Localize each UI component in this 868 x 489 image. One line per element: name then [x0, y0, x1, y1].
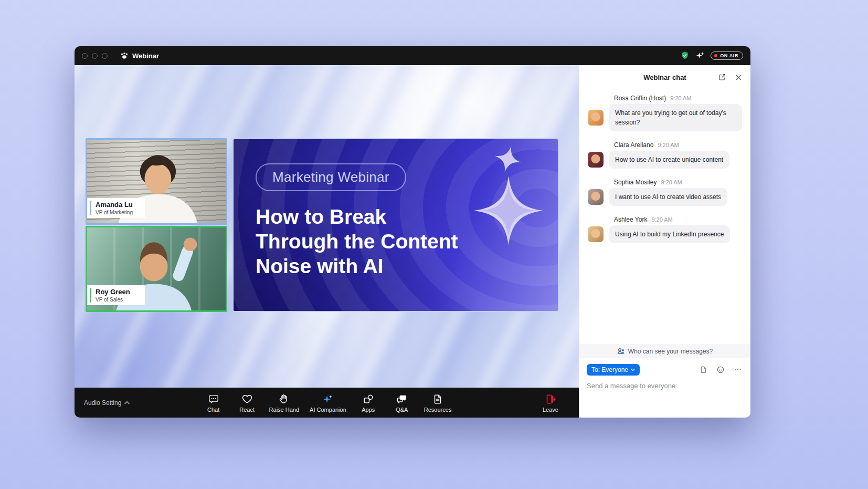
recipient-selector-label: To: Everyone: [591, 366, 628, 373]
participant-name: Roy Green: [96, 288, 139, 296]
chat-message-list[interactable]: Rosa Griffin (Host) 9:20 AM What are you…: [579, 89, 750, 344]
more-options-button[interactable]: [733, 365, 743, 375]
people-icon: [617, 348, 625, 355]
apps-button-label: Apps: [362, 407, 375, 413]
name-tag-roy: Roy Green VP of Sales: [87, 285, 145, 305]
slide-title: How to Break Through the Content Noise w…: [256, 205, 558, 278]
shared-slide: Marketing Webinar How to Break Through t…: [232, 138, 559, 312]
chat-message: Ashlee York 9:20 AM Using AI to build my…: [588, 216, 742, 243]
zoom-window-button[interactable]: [102, 53, 108, 59]
meeting-toolbar: Audio Setting Chat: [75, 388, 579, 418]
message-bubble: How to use AI to create unique content: [609, 151, 729, 169]
pop-out-icon: [718, 73, 726, 81]
slide-content: Marketing Webinar How to Break Through t…: [234, 139, 558, 278]
chat-message: Clara Arellano 9:20 AM How to use AI to …: [588, 141, 742, 169]
message-visibility-link[interactable]: Who can see your messages?: [579, 344, 750, 358]
chat-button[interactable]: Chat: [198, 391, 229, 414]
ai-companion-button-label: AI Companion: [310, 407, 346, 413]
participant-role: VP of Sales: [96, 297, 139, 303]
avatar: [588, 152, 604, 168]
recipient-selector-button[interactable]: To: Everyone: [587, 364, 640, 376]
resources-button[interactable]: Resources: [420, 391, 456, 414]
leave-button[interactable]: Leave: [535, 391, 566, 414]
message-time: 9:20 AM: [658, 142, 679, 148]
window-controls: [82, 53, 108, 59]
chevron-down-icon: [631, 368, 635, 371]
emoji-button[interactable]: [715, 365, 726, 375]
participant-name: Amanda Lu: [96, 201, 139, 209]
ai-companion-button[interactable]: AI Companion: [305, 391, 351, 414]
desktop-background: { "window": { "titlebar": { "app_name": …: [0, 0, 868, 489]
leave-button-label: Leave: [543, 407, 558, 413]
name-tag-amanda: Amanda Lu VP of Marketing: [87, 198, 145, 218]
avatar: [588, 110, 604, 126]
qa-button[interactable]: Q&A: [386, 391, 418, 414]
titlebar: Webinar ON AIR: [75, 46, 750, 65]
chat-footer: Who can see your messages? To: Everyone: [579, 344, 750, 418]
raise-hand-button[interactable]: Raise Hand: [265, 391, 303, 414]
message-bubble: I want to use AI to create video assets: [609, 188, 727, 206]
react-button-label: React: [239, 407, 255, 413]
message-bubble: What are you trying to get out of today'…: [609, 104, 742, 131]
video-tile-amanda-lu[interactable]: Amanda Lu VP of Marketing: [86, 138, 227, 225]
ai-companion-sparkle-icon: [322, 393, 334, 405]
message-author: Clara Arellano: [614, 141, 653, 149]
message-composer: To: Everyone: [579, 358, 750, 418]
slide-badge: Marketing Webinar: [256, 163, 406, 191]
slide-title-line: How to Break: [256, 205, 558, 230]
apps-icon: [363, 393, 374, 405]
chat-header-icons: [717, 72, 744, 82]
ai-sparkle-icon[interactable]: [695, 51, 705, 60]
resources-button-label: Resources: [424, 407, 452, 413]
close-window-button[interactable]: [82, 53, 88, 59]
pop-out-chat-button[interactable]: [717, 72, 727, 82]
close-chat-button[interactable]: [734, 72, 744, 82]
slide-title-line: Noise with AI: [256, 254, 558, 279]
chat-bubble-icon: [208, 393, 219, 405]
attach-file-button[interactable]: [698, 365, 708, 375]
react-button[interactable]: React: [231, 391, 263, 414]
raise-hand-button-label: Raise Hand: [269, 407, 299, 413]
ellipsis-icon: [734, 366, 742, 374]
heart-icon: [241, 393, 253, 405]
message-author: Ashlee York: [614, 216, 647, 223]
message-time: 9:20 AM: [661, 179, 682, 185]
apps-button[interactable]: Apps: [353, 391, 384, 414]
webinar-window: Webinar ON AIR: [75, 46, 750, 418]
on-air-dot: [714, 54, 717, 57]
composer-icons: [698, 365, 743, 375]
video-tile-roy-green[interactable]: Roy Green VP of Sales: [86, 226, 227, 312]
leave-door-icon: [545, 393, 556, 405]
message-time: 9:20 AM: [670, 95, 691, 101]
chevron-up-icon: [124, 401, 130, 404]
app-identity: Webinar: [120, 52, 159, 60]
video-area: Amanda Lu VP of Marketing Ro: [75, 65, 579, 388]
resources-document-icon: [432, 393, 443, 405]
toolbar-center-group: Chat React: [198, 391, 456, 414]
titlebar-right: ON AIR: [680, 51, 743, 60]
visibility-note-label: Who can see your messages?: [628, 348, 713, 355]
file-icon: [700, 366, 707, 374]
slide-title-line: Through the Content: [256, 230, 558, 254]
message-author: Rosa Griffin (Host): [614, 95, 666, 102]
participant-role: VP of Marketing: [96, 210, 139, 215]
minimize-window-button[interactable]: [92, 53, 98, 59]
on-air-badge: ON AIR: [711, 51, 743, 60]
app-title: Webinar: [132, 52, 159, 60]
message-time: 9:20 AM: [651, 216, 672, 223]
avatar: [588, 226, 604, 242]
message-input[interactable]: [587, 382, 743, 390]
audio-setting-label: Audio Setting: [84, 399, 121, 407]
security-shield-icon[interactable]: [680, 51, 690, 60]
qa-button-label: Q&A: [396, 407, 408, 413]
stage: Amanda Lu VP of Marketing Ro: [75, 65, 579, 418]
chat-title: Webinar chat: [643, 74, 686, 81]
avatar: [588, 189, 604, 205]
message-bubble: Using AI to build my LinkedIn presence: [609, 225, 730, 243]
chat-header: Webinar chat: [579, 65, 750, 89]
qa-bubbles-icon: [396, 393, 408, 405]
close-icon: [735, 74, 743, 81]
audio-setting-button[interactable]: Audio Setting: [84, 399, 130, 407]
webinar-chat-panel: Webinar chat: [579, 65, 750, 418]
message-author: Sophia Mosiley: [614, 179, 657, 186]
